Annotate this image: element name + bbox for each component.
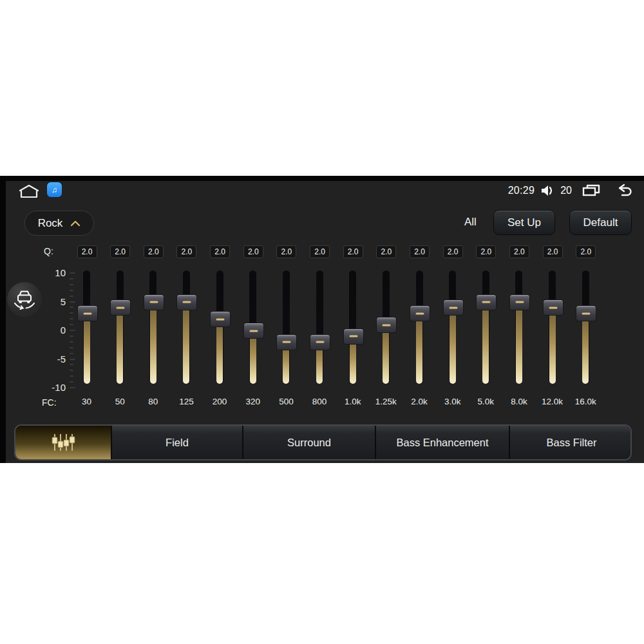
slider-handle[interactable] xyxy=(543,299,564,316)
screen-top-edge xyxy=(0,176,644,181)
q-value: 2.0 xyxy=(210,245,230,258)
tick-mark xyxy=(70,347,73,348)
slider-fill xyxy=(582,313,589,384)
tab-equalizer[interactable] xyxy=(15,426,111,459)
slider-handle[interactable] xyxy=(144,294,164,310)
freq-label: 50 xyxy=(102,397,138,406)
slider-handle[interactable] xyxy=(509,294,530,310)
freq-label: 500 xyxy=(268,397,304,406)
db-axis-label: -5 xyxy=(37,354,66,365)
handle-notch xyxy=(249,330,258,332)
freq-label: 800 xyxy=(301,397,337,406)
tick-mark xyxy=(70,296,73,297)
clock: 20:29 xyxy=(508,185,535,196)
slider-fill xyxy=(383,325,389,384)
freq-label: 1.25k xyxy=(368,397,404,406)
setup-button[interactable]: Set Up xyxy=(493,210,555,235)
handle-notch xyxy=(83,312,91,314)
tab-field[interactable]: Field xyxy=(111,426,242,459)
freq-label: 16.0k xyxy=(567,397,603,406)
recents-icon[interactable] xyxy=(582,183,601,198)
tick-mark xyxy=(70,312,73,314)
q-value: 2.0 xyxy=(144,245,164,258)
car-surround-icon xyxy=(11,287,38,312)
tick-mark xyxy=(70,381,73,383)
back-icon[interactable] xyxy=(612,184,632,198)
q-row-label: Q: xyxy=(44,246,53,256)
default-button[interactable]: Default xyxy=(569,210,632,235)
slider-handle[interactable] xyxy=(210,311,231,327)
tick-mark xyxy=(70,341,73,343)
slider-handle[interactable] xyxy=(110,299,131,316)
home-button[interactable] xyxy=(17,183,41,200)
tab-label: Bass Filter xyxy=(547,437,597,449)
slider-handle[interactable] xyxy=(77,305,98,321)
slider-fill xyxy=(549,307,556,384)
slider-handle[interactable] xyxy=(443,299,464,316)
head-unit-screen: ♫ 20:29 20 Rock All Set Up Defa xyxy=(0,176,644,463)
tick-mark xyxy=(70,318,73,319)
tick-mark xyxy=(70,301,75,303)
handle-notch xyxy=(316,341,325,343)
freq-label: 200 xyxy=(202,397,238,406)
q-value: 2.0 xyxy=(410,245,430,258)
q-value: 2.0 xyxy=(77,245,97,258)
speaker-icon[interactable] xyxy=(540,184,554,197)
tab-label: Surround xyxy=(287,437,331,449)
handle-notch xyxy=(117,307,125,308)
q-value: 2.0 xyxy=(476,245,496,258)
tab-surround[interactable]: Surround xyxy=(242,426,375,459)
tick-mark xyxy=(70,278,73,279)
db-axis-label: -10 xyxy=(37,382,66,393)
tick-mark xyxy=(70,353,73,354)
q-value: 2.0 xyxy=(343,245,363,258)
q-value: 2.0 xyxy=(576,245,596,258)
slider-handle[interactable] xyxy=(376,317,397,333)
slider-handle[interactable] xyxy=(243,323,264,339)
tick-mark xyxy=(70,330,75,331)
volume-level: 20 xyxy=(560,185,572,196)
preset-label: Rock xyxy=(38,217,63,230)
fc-row-label: FC: xyxy=(42,397,57,408)
handle-notch xyxy=(582,312,591,314)
q-value: 2.0 xyxy=(176,245,196,258)
slider-handle[interactable] xyxy=(343,328,364,345)
slider-handle[interactable] xyxy=(310,334,330,350)
slider-handle[interactable] xyxy=(176,294,197,310)
handle-notch xyxy=(515,301,524,303)
freq-label: 12.0k xyxy=(535,397,571,406)
car-position-button[interactable] xyxy=(7,282,42,317)
slider-handle[interactable] xyxy=(476,294,497,310)
tab-bass-filter[interactable]: Bass Filter xyxy=(509,426,632,459)
tab-label: Field xyxy=(166,437,189,449)
tick-mark xyxy=(70,307,73,308)
handle-notch xyxy=(383,324,391,326)
q-value: 2.0 xyxy=(243,245,263,258)
q-value: 2.0 xyxy=(276,245,296,258)
tick-mark xyxy=(70,387,75,388)
slider-handle[interactable] xyxy=(276,334,297,350)
slider-fill xyxy=(150,302,156,384)
music-app-icon[interactable]: ♫ xyxy=(47,182,62,197)
preset-dropdown[interactable]: Rock xyxy=(24,211,94,236)
slider-fill xyxy=(84,313,90,384)
tick-mark xyxy=(70,336,73,337)
tick-mark xyxy=(70,284,73,285)
handle-notch xyxy=(149,301,158,303)
q-value: 2.0 xyxy=(310,245,330,258)
tick-mark xyxy=(70,375,73,377)
slider-handle[interactable] xyxy=(410,305,430,321)
all-toggle[interactable]: All xyxy=(464,216,477,229)
tick-mark xyxy=(70,364,73,365)
tick-mark xyxy=(70,359,75,360)
handle-notch xyxy=(216,318,225,320)
tick-mark xyxy=(70,370,73,371)
handle-notch xyxy=(449,307,457,308)
screen-left-edge xyxy=(0,176,6,463)
slider-handle[interactable] xyxy=(576,305,596,321)
freq-label: 5.0k xyxy=(468,397,504,406)
eq-sliders-icon xyxy=(48,432,79,453)
tab-bass-enhancement[interactable]: Bass Enhancement xyxy=(375,426,509,459)
tick-mark xyxy=(70,272,75,274)
chevron-up-icon xyxy=(70,220,80,227)
